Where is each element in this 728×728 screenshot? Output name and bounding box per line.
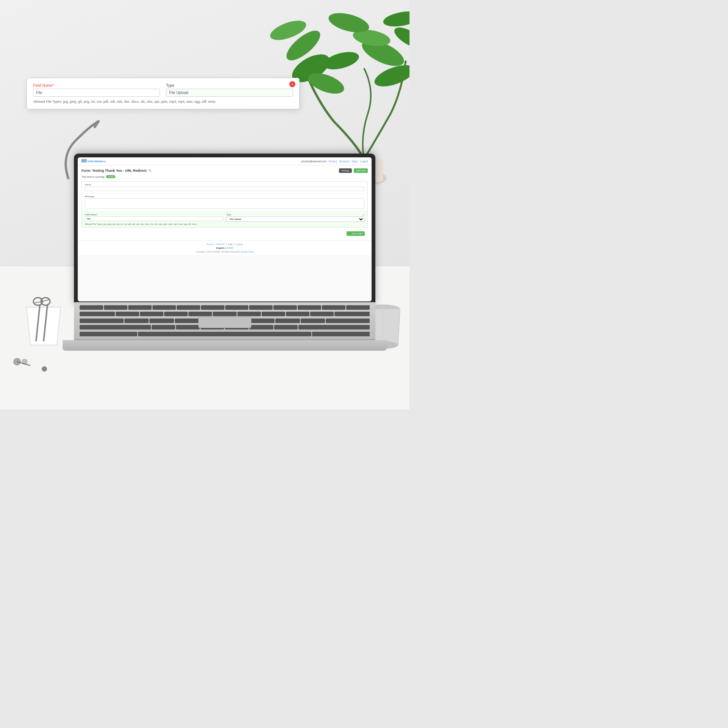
footer-logout-link[interactable]: Logout [236,243,243,245]
save-field-row: ✔ Save Field [82,230,368,237]
lang-english[interactable]: English [216,247,224,249]
svg-point-9 [391,24,410,52]
file-type-col: Type File Upload Text Textarea ✓ [226,213,365,222]
key [298,305,321,310]
key [262,312,285,316]
webapp-nav: johndoe@doemail.com Forms | Account | He… [301,160,368,163]
keys [11,356,34,370]
popup-fields-row: Field Name* Type File Upload Text Textar… [33,83,293,97]
nav-logout[interactable]: Logout [360,160,368,163]
laptop-screen-inner: //nforMakers johndoe@doemail.com Forms |… [78,157,372,301]
webapp-header: //nforMakers johndoe@doemail.com Forms |… [78,157,372,165]
key [175,318,199,323]
key [188,312,212,316]
svg-point-12 [382,9,410,29]
key [249,325,273,329]
key [213,312,236,316]
search-icon[interactable]: 🔍 [148,169,152,172]
key [286,312,309,316]
name-field-label: Name [85,184,364,186]
add-field-button[interactable]: Add Field [354,168,368,173]
key [237,312,261,316]
save-field-button[interactable]: ✔ Save Field [347,231,365,236]
small-sphere [42,366,47,372]
webapp-content: Form: Testing Thank You - URL Redirect 🔍… [78,165,372,240]
key [275,318,300,323]
key [346,305,370,310]
webapp-footer: Forms | Account | Help | Logout English … [78,240,372,255]
file-upload-row: Field Name* Type File Upload Text [82,212,367,227]
allowed-types-text: Allowed File Types: jpg, jpeg, gif, png,… [85,223,364,225]
file-type-label: Type [226,213,365,216]
popup-allowed-types: Allowed File Types: jpg, jpeg, gif, png,… [33,100,293,104]
key [274,325,298,329]
message-field-label: Message [85,195,364,198]
key-row-1 [80,305,370,311]
key [128,305,152,310]
file-upload-cols: Field Name* Type File Upload Text [85,213,364,222]
form-title-row: Form: Testing Thank You - URL Redirect 🔍… [82,168,368,173]
file-field-name-input[interactable] [85,217,223,221]
file-type-select[interactable]: File Upload Text Textarea [226,217,365,222]
footer-account-link[interactable]: Account [216,243,224,245]
key [177,305,200,310]
key [334,312,370,316]
key [152,305,176,310]
popup-field-name-input[interactable] [33,89,160,97]
nav-account[interactable]: Account [339,160,348,163]
popup-field-name: Field Name* [33,83,160,97]
check-icon: ✓ [362,213,365,217]
key [152,325,176,329]
nav-forms[interactable]: Forms [329,160,336,163]
popup-field-name-label: Field Name* [33,83,160,88]
key [326,318,370,323]
key [201,305,224,310]
spacebar [138,332,311,336]
laptop-screen: //nforMakers johndoe@doemail.com Forms |… [74,154,375,305]
key [80,305,103,310]
key [104,305,127,310]
key [250,318,275,323]
footer-copyright: Copyright © 2024 PSPIMC. All Rights Rese… [80,251,369,253]
popup-card: × Field Name* Type File Upload Text Text… [27,78,300,109]
popup-type-field: Type File Upload Text Textarea Checkbox … [166,83,293,97]
popup-type-label: Type [166,83,293,88]
settings-button[interactable]: Settings [339,168,352,173]
message-field-row: Message [82,193,367,212]
form-action-buttons: Settings Add Field [339,168,368,173]
popup-select-wrapper: File Upload Text Textarea Checkbox Radio [166,89,293,97]
key [149,318,174,323]
key [225,305,249,310]
key [80,325,151,329]
footer-help-link[interactable]: Help [228,243,232,245]
name-field-input[interactable] [85,187,364,191]
popup-close-button[interactable]: × [289,81,295,87]
key [80,312,115,316]
footer-language: English | 日本語 [80,246,369,250]
lang-japanese[interactable]: 日本語 [226,247,233,249]
footer-forms-link[interactable]: Forms [206,243,213,245]
svg-point-4 [322,49,361,72]
popup-type-select[interactable]: File Upload Text Textarea Checkbox Radio [166,89,293,97]
message-field-textarea[interactable] [85,198,364,209]
form-fields-section: Name Message Field [82,181,368,228]
arrow-annotation [38,118,114,186]
key [301,318,325,323]
key [80,318,124,323]
footer-links: Forms | Account | Help | Logout [80,243,369,245]
key [140,312,163,316]
key [298,325,370,329]
touchpad[interactable] [198,317,251,328]
laptop-base [63,340,387,351]
key [80,332,137,336]
privacy-policy-link[interactable]: Privacy Policy [241,251,254,253]
file-field-name-col: Field Name* [85,213,223,221]
name-field-row: Name [82,182,367,193]
form-status: This form is currently: Active [82,175,368,178]
file-field-name-label: Field Name* [85,213,223,216]
key [176,325,200,329]
key [249,305,273,310]
key [312,332,370,336]
nav-help[interactable]: Help [351,160,356,163]
key [310,312,334,316]
